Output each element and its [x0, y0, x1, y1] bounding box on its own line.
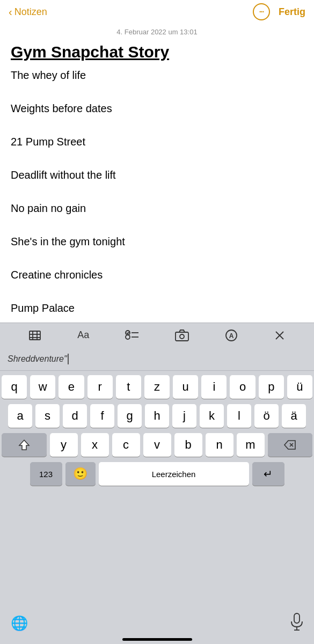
key-i[interactable]: i: [201, 375, 227, 399]
note-body[interactable]: The whey of life Weights before dates 21…: [11, 67, 303, 350]
keyboard-bottom-bar: 🌐: [0, 613, 314, 633]
markup-button[interactable]: A: [222, 326, 241, 345]
delete-icon: [283, 440, 296, 450]
shift-icon: [18, 439, 30, 451]
shift-key[interactable]: [2, 433, 47, 457]
keyboard-row-1: q w e r t z u i o p ü: [2, 375, 312, 399]
key-z[interactable]: z: [144, 375, 170, 399]
keyboard-row-4: 123 🙂 Leerzeichen ↵: [2, 462, 312, 486]
globe-key[interactable]: 🌐: [11, 615, 28, 632]
note-line-4: Deadlift without the lift: [11, 167, 303, 184]
svg-text:A: A: [229, 332, 233, 340]
key-n[interactable]: n: [206, 433, 233, 457]
numbers-key[interactable]: 123: [30, 462, 62, 486]
key-g[interactable]: g: [118, 404, 142, 428]
key-l[interactable]: l: [227, 404, 251, 428]
table-button[interactable]: [25, 326, 45, 345]
svg-rect-0: [30, 331, 40, 340]
key-w[interactable]: w: [30, 375, 55, 399]
markup-icon: A: [225, 329, 238, 342]
note-line-7: Creatine chronicles: [11, 267, 303, 283]
key-b[interactable]: b: [174, 433, 202, 457]
key-a[interactable]: a: [8, 404, 32, 428]
back-label: Notizen: [14, 6, 47, 18]
note-line-3: 21 Pump Street: [11, 134, 303, 150]
keyboard: q w e r t z u i o p ü a s d f g h j k l …: [0, 371, 314, 644]
more-icon: ···: [259, 8, 264, 16]
back-button[interactable]: ‹ Notizen: [9, 6, 47, 18]
mic-icon: [290, 613, 303, 631]
keyboard-row-2: a s d f g h j k l ö ä: [2, 404, 312, 428]
camera-button[interactable]: [172, 326, 192, 345]
key-r[interactable]: r: [87, 375, 113, 399]
note-line-8: Pump Palace: [11, 300, 303, 317]
return-key[interactable]: ↵: [252, 462, 284, 486]
key-j[interactable]: j: [172, 404, 196, 428]
svg-point-10: [180, 334, 184, 339]
key-x[interactable]: x: [81, 433, 109, 457]
svg-rect-9: [176, 332, 188, 341]
format-icon: Aa: [77, 330, 89, 341]
svg-marker-15: [19, 440, 29, 450]
key-oe[interactable]: ö: [254, 404, 279, 428]
key-o[interactable]: o: [230, 375, 255, 399]
note-line-1: The whey of life: [11, 67, 303, 84]
note-line-2: Weights before dates: [11, 100, 303, 117]
chevron-left-icon: ‹: [9, 6, 12, 18]
close-keyboard-icon: [274, 330, 286, 341]
nav-right-actions: ··· Fertig: [253, 3, 305, 20]
emoji-key[interactable]: 🙂: [65, 462, 96, 486]
key-c[interactable]: c: [112, 433, 140, 457]
note-area[interactable]: 4. Februar 2022 um 13:01 Gym Snapchat St…: [0, 24, 314, 350]
autocorrect-suggestion: Shreddventure": [8, 354, 67, 364]
key-k[interactable]: k: [200, 404, 224, 428]
key-t[interactable]: t: [116, 375, 141, 399]
more-button[interactable]: ···: [253, 3, 270, 20]
camera-icon: [175, 330, 189, 341]
note-title: Gym Snapchat Story: [11, 42, 303, 62]
key-p[interactable]: p: [259, 375, 284, 399]
nav-bar: ‹ Notizen ··· Fertig: [0, 0, 314, 24]
close-keyboard-button[interactable]: [271, 326, 289, 345]
delete-key[interactable]: [268, 433, 313, 457]
keyboard-row-3: y x c v b n m: [2, 433, 312, 457]
key-f[interactable]: f: [90, 404, 114, 428]
autocorrect-cursor: [68, 354, 69, 364]
checklist-icon: [125, 330, 139, 341]
key-v[interactable]: v: [143, 433, 171, 457]
key-d[interactable]: d: [63, 404, 87, 428]
key-u[interactable]: u: [173, 375, 198, 399]
note-date: 4. Februar 2022 um 13:01: [11, 28, 303, 36]
keyboard-toolbar: Aa A: [0, 323, 314, 347]
key-s[interactable]: s: [35, 404, 60, 428]
key-m[interactable]: m: [237, 433, 265, 457]
key-q[interactable]: q: [2, 375, 27, 399]
key-h[interactable]: h: [145, 404, 169, 428]
note-line-6: She's in the gym tonight: [11, 233, 303, 250]
table-icon: [28, 329, 41, 342]
svg-point-8: [126, 335, 130, 339]
mic-key[interactable]: [290, 613, 303, 633]
space-key[interactable]: Leerzeichen: [99, 462, 249, 486]
svg-rect-18: [294, 613, 300, 623]
key-e[interactable]: e: [59, 375, 84, 399]
format-button[interactable]: Aa: [74, 326, 92, 344]
note-line-5: No pain no gain: [11, 200, 303, 217]
checklist-button[interactable]: [122, 326, 142, 345]
home-indicator: [122, 638, 192, 641]
key-ue[interactable]: ü: [287, 375, 312, 399]
autocorrect-bar: Shreddventure": [0, 347, 314, 371]
key-y[interactable]: y: [50, 433, 78, 457]
key-ae[interactable]: ä: [282, 404, 306, 428]
done-button[interactable]: Fertig: [279, 6, 305, 18]
